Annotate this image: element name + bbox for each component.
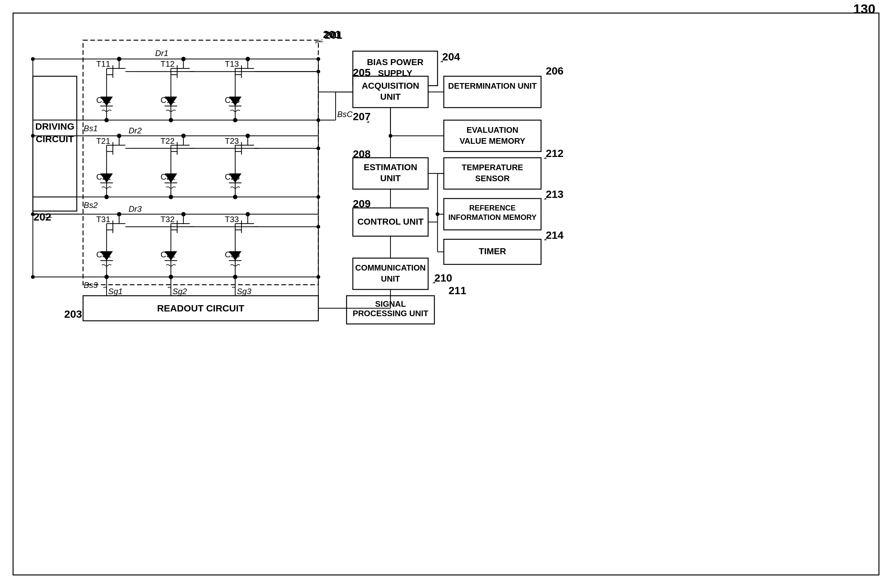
diagram-container: 130 DRIVING CIRCUIT 201 202 Dr1 bbox=[13, 13, 879, 575]
svg-rect-206 bbox=[353, 208, 428, 236]
svg-marker-86 bbox=[101, 173, 113, 183]
svg-text:203: 203 bbox=[64, 308, 82, 320]
svg-text:Sg2: Sg2 bbox=[173, 287, 187, 296]
svg-text:C11: C11 bbox=[96, 96, 111, 105]
svg-marker-42 bbox=[165, 97, 177, 106]
svg-text:201: 201 bbox=[324, 29, 342, 41]
svg-point-11 bbox=[181, 57, 186, 62]
svg-line-253 bbox=[315, 40, 322, 44]
svg-text:SUPPLY: SUPPLY bbox=[378, 68, 412, 78]
svg-text:ESTIMATION: ESTIMATION bbox=[364, 162, 417, 172]
svg-marker-46 bbox=[229, 97, 242, 106]
svg-text:204: 204 bbox=[442, 51, 460, 63]
svg-point-99 bbox=[105, 195, 109, 199]
svg-text:CIRCUIT: CIRCUIT bbox=[36, 134, 74, 144]
svg-rect-185 bbox=[444, 120, 541, 152]
svg-text:214: 214 bbox=[546, 229, 564, 241]
svg-rect-172 bbox=[353, 51, 437, 86]
svg-rect-155 bbox=[83, 296, 318, 321]
svg-rect-213 bbox=[353, 258, 428, 290]
svg-point-246 bbox=[31, 57, 35, 61]
svg-marker-38 bbox=[101, 97, 113, 106]
svg-text:T11: T11 bbox=[96, 60, 111, 68]
svg-point-239 bbox=[316, 147, 320, 150]
svg-point-229 bbox=[316, 57, 320, 61]
svg-point-230 bbox=[316, 118, 320, 122]
svg-point-106 bbox=[181, 212, 186, 216]
svg-text:UNIT: UNIT bbox=[380, 173, 401, 183]
svg-text:205: 205 bbox=[353, 66, 371, 78]
svg-text:Bs1: Bs1 bbox=[84, 124, 98, 133]
svg-text:Sg3: Sg3 bbox=[237, 287, 251, 296]
svg-marker-141 bbox=[229, 251, 242, 261]
svg-text:Sg1: Sg1 bbox=[108, 287, 123, 296]
svg-point-251 bbox=[31, 275, 35, 279]
svg-text:TIMER: TIMER bbox=[479, 246, 506, 256]
svg-point-59 bbox=[181, 134, 186, 138]
svg-point-248 bbox=[31, 212, 35, 216]
svg-text:INFORMATION MEMORY: INFORMATION MEMORY bbox=[448, 213, 536, 222]
svg-text:SENSOR: SENSOR bbox=[475, 174, 510, 183]
svg-point-237 bbox=[316, 69, 320, 73]
svg-text:REFERENCE: REFERENCE bbox=[469, 204, 515, 212]
svg-point-226 bbox=[435, 212, 439, 216]
svg-text:VALUE MEMORY: VALUE MEMORY bbox=[460, 136, 525, 146]
svg-point-58 bbox=[117, 134, 122, 138]
svg-point-196 bbox=[389, 134, 392, 138]
svg-marker-137 bbox=[165, 251, 177, 261]
svg-text:CONTROL UNIT: CONTROL UNIT bbox=[357, 217, 423, 226]
svg-rect-181 bbox=[444, 76, 541, 108]
svg-rect-0 bbox=[33, 76, 77, 211]
svg-rect-159 bbox=[347, 296, 434, 324]
svg-text:T22: T22 bbox=[161, 136, 175, 146]
svg-text:T12: T12 bbox=[161, 60, 175, 68]
svg-text:T21: T21 bbox=[96, 136, 111, 146]
svg-text:SIGNAL: SIGNAL bbox=[375, 300, 406, 308]
svg-point-148 bbox=[233, 274, 237, 279]
svg-text:DRIVING: DRIVING bbox=[35, 121, 75, 132]
svg-point-60 bbox=[245, 134, 250, 138]
svg-point-241 bbox=[316, 225, 320, 229]
svg-text:UNIT: UNIT bbox=[380, 92, 401, 102]
svg-text:TEMPERATURE: TEMPERATURE bbox=[462, 163, 523, 172]
svg-text:210: 210 bbox=[434, 272, 452, 284]
svg-point-146 bbox=[105, 274, 109, 279]
svg-text:Dr2: Dr2 bbox=[128, 126, 142, 135]
svg-text:C12: C12 bbox=[161, 96, 176, 105]
svg-text:EVALUATION: EVALUATION bbox=[467, 126, 518, 134]
svg-text:T33: T33 bbox=[225, 215, 239, 224]
svg-text:207: 207 bbox=[353, 110, 371, 122]
svg-text:C23: C23 bbox=[225, 172, 240, 181]
svg-point-100 bbox=[169, 195, 173, 199]
svg-rect-210 bbox=[444, 239, 541, 265]
svg-point-10 bbox=[117, 57, 122, 62]
svg-point-12 bbox=[245, 57, 250, 62]
svg-point-232 bbox=[316, 275, 320, 279]
svg-text:Dr1: Dr1 bbox=[155, 49, 168, 58]
svg-text:209: 209 bbox=[353, 198, 371, 210]
circuit-svg: DRIVING CIRCUIT 201 202 Dr1 bbox=[14, 14, 878, 574]
svg-rect-177 bbox=[353, 76, 428, 108]
svg-marker-94 bbox=[229, 173, 242, 183]
svg-text:201: 201 bbox=[323, 28, 341, 40]
svg-text:T23: T23 bbox=[225, 136, 239, 146]
svg-marker-90 bbox=[165, 173, 177, 183]
svg-text:C31: C31 bbox=[96, 250, 111, 259]
svg-point-247 bbox=[31, 134, 35, 138]
svg-text:C13: C13 bbox=[225, 96, 240, 105]
svg-point-101 bbox=[233, 195, 237, 199]
svg-rect-197 bbox=[444, 158, 541, 189]
ref-130: 130 bbox=[853, 2, 875, 16]
svg-text:Bs2: Bs2 bbox=[84, 201, 98, 210]
svg-text:211: 211 bbox=[449, 284, 467, 296]
svg-text:BsC: BsC bbox=[337, 110, 353, 118]
svg-rect-202 bbox=[444, 198, 541, 230]
svg-text:UNIT: UNIT bbox=[381, 274, 400, 283]
svg-text:Bs3: Bs3 bbox=[84, 280, 98, 290]
svg-text:PROCESSING UNIT: PROCESSING UNIT bbox=[353, 309, 428, 318]
svg-rect-3 bbox=[83, 40, 318, 285]
svg-text:BIAS POWER: BIAS POWER bbox=[367, 57, 423, 67]
svg-text:T31: T31 bbox=[96, 215, 111, 224]
svg-text:212: 212 bbox=[546, 147, 564, 159]
svg-text:C21: C21 bbox=[96, 172, 111, 181]
